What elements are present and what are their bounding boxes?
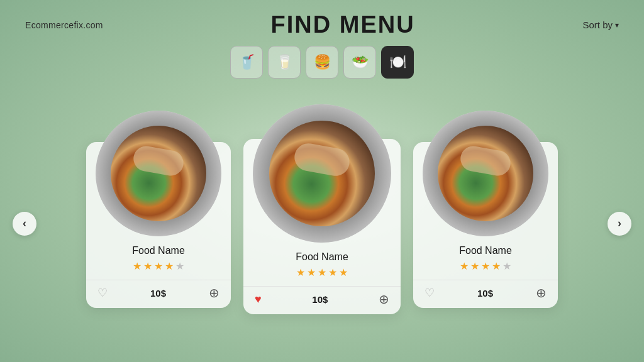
category-burger[interactable]: 🍔 bbox=[306, 46, 338, 79]
star-1-1: ★ bbox=[133, 260, 142, 272]
sort-label: Sort by bbox=[582, 19, 613, 30]
like-button-3[interactable]: ♡ bbox=[425, 286, 435, 300]
add-button-2[interactable]: ⊕ bbox=[379, 292, 389, 307]
star-2-3: ★ bbox=[318, 266, 326, 278]
category-salad[interactable]: 🥗 bbox=[343, 46, 376, 79]
special-icon: 🍽️ bbox=[389, 54, 406, 70]
star-1-3: ★ bbox=[154, 260, 163, 272]
dairy-icon: 🥛 bbox=[276, 54, 293, 70]
like-button-1[interactable]: ♡ bbox=[97, 286, 108, 300]
stars-3: ★ ★ ★ ★ ★ bbox=[460, 260, 511, 272]
food-image-3 bbox=[423, 111, 548, 236]
stars-1: ★ ★ ★ ★ ★ bbox=[133, 260, 184, 272]
food-image-2 bbox=[253, 104, 391, 243]
star-3-1: ★ bbox=[460, 260, 469, 272]
card-footer-3: ♡ 10$ ⊕ bbox=[413, 280, 558, 300]
chevron-right-icon: › bbox=[618, 217, 621, 230]
add-button-3[interactable]: ⊕ bbox=[536, 285, 547, 300]
next-button[interactable]: › bbox=[608, 212, 631, 236]
plate-visual-1 bbox=[96, 111, 221, 236]
stars-2: ★ ★ ★ ★ ★ bbox=[296, 266, 348, 278]
add-button-1[interactable]: ⊕ bbox=[209, 285, 219, 300]
category-bar: 🥤 🥛 🍔 🥗 🍽️ bbox=[230, 46, 414, 79]
food-card-1: Food Name ★ ★ ★ ★ ★ ♡ 10$ ⊕ bbox=[86, 142, 231, 308]
price-3: 10$ bbox=[477, 288, 493, 299]
drinks-icon: 🥤 bbox=[238, 54, 255, 70]
site-name: Ecommercefix.com bbox=[25, 20, 103, 30]
star-3-2: ★ bbox=[470, 260, 479, 272]
star-3-5: ★ bbox=[502, 260, 511, 272]
star-2-1: ★ bbox=[296, 266, 305, 278]
salad-icon: 🥗 bbox=[352, 54, 369, 70]
like-button-2[interactable]: ♥ bbox=[255, 293, 262, 306]
chevron-down-icon: ▾ bbox=[615, 21, 619, 30]
plate-visual-3 bbox=[423, 111, 548, 236]
chevron-left-icon: ‹ bbox=[23, 217, 26, 230]
category-dairy[interactable]: 🥛 bbox=[268, 46, 301, 79]
cards-wrapper: ‹ Food Name ★ ★ ★ ★ ★ ♡ 10$ ⊕ bbox=[0, 85, 644, 362]
star-2-5: ★ bbox=[339, 266, 348, 278]
price-2: 10$ bbox=[312, 294, 328, 305]
page-title: FIND MENU bbox=[271, 11, 415, 38]
food-card-2: Food Name ★ ★ ★ ★ ★ ♥ 10$ ⊕ bbox=[243, 139, 401, 314]
star-1-2: ★ bbox=[143, 260, 152, 272]
sort-by-button[interactable]: Sort by ▾ bbox=[582, 19, 619, 30]
star-1-4: ★ bbox=[165, 260, 174, 272]
food-name-3: Food Name bbox=[459, 245, 512, 256]
food-name-2: Food Name bbox=[296, 251, 348, 263]
card-footer-2: ♥ 10$ ⊕ bbox=[243, 286, 401, 307]
category-special[interactable]: 🍽️ bbox=[381, 46, 414, 79]
star-2-2: ★ bbox=[307, 266, 316, 278]
star-3-4: ★ bbox=[492, 260, 501, 272]
price-1: 10$ bbox=[150, 288, 166, 299]
cards-container: Food Name ★ ★ ★ ★ ★ ♡ 10$ ⊕ Food Name ★ bbox=[36, 139, 608, 308]
prev-button[interactable]: ‹ bbox=[13, 212, 36, 236]
food-image-1 bbox=[96, 111, 221, 236]
star-3-3: ★ bbox=[481, 260, 490, 272]
star-2-4: ★ bbox=[328, 266, 337, 278]
star-1-5: ★ bbox=[175, 260, 184, 272]
food-name-1: Food Name bbox=[132, 245, 185, 256]
food-card-3: Food Name ★ ★ ★ ★ ★ ♡ 10$ ⊕ bbox=[413, 142, 558, 308]
card-footer-1: ♡ 10$ ⊕ bbox=[86, 280, 231, 300]
plate-visual-2 bbox=[253, 104, 391, 243]
header: Ecommercefix.com FIND MENU Sort by ▾ bbox=[0, 0, 644, 43]
category-drinks[interactable]: 🥤 bbox=[230, 46, 263, 79]
burger-icon: 🍔 bbox=[314, 54, 331, 70]
